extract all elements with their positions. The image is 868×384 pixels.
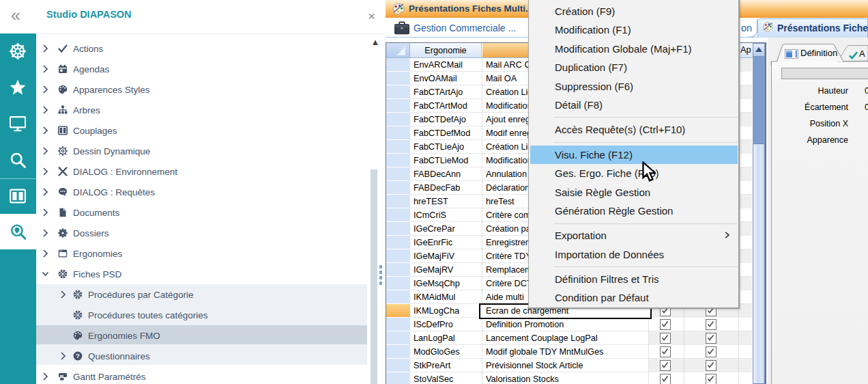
svg-text:?: ? xyxy=(76,352,80,359)
